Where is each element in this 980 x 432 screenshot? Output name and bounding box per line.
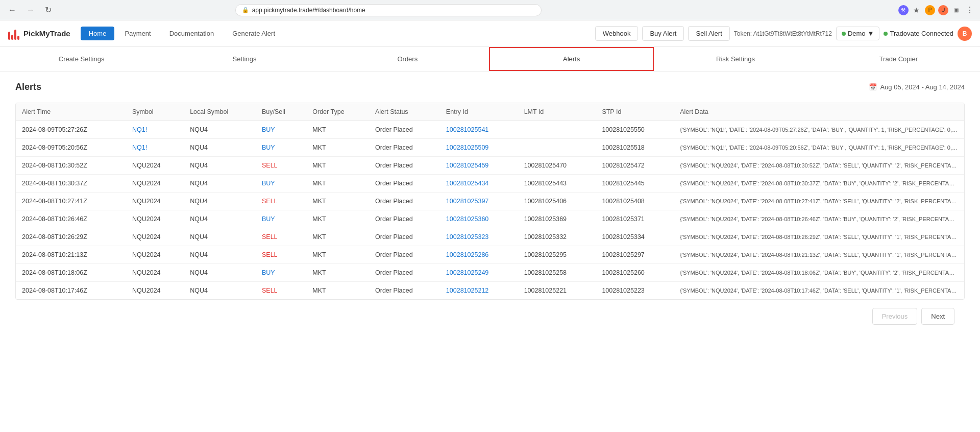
cell-symbol: NQU2024 — [126, 246, 184, 264]
cell-entry-id: 100281025323 — [440, 228, 518, 246]
table-row: 2024-08-08T10:30:37Z NQU2024 NQU4 BUY MK… — [16, 175, 964, 193]
logo-text: PickMyTrade — [23, 29, 70, 38]
cell-alert-time: 2024-08-08T10:26:46Z — [16, 210, 126, 228]
col-symbol: Symbol — [126, 103, 184, 121]
cell-symbol: NQU2024 — [126, 157, 184, 175]
tradovate-status-dot — [884, 32, 888, 36]
nav-documentation[interactable]: Documentation — [161, 27, 222, 40]
demo-badge[interactable]: Demo ▼ — [836, 27, 880, 40]
tab-orders[interactable]: Orders — [326, 47, 489, 71]
cell-lmt-id — [518, 121, 596, 139]
tab-create-settings[interactable]: Create Settings — [0, 47, 163, 71]
cell-entry-id: 100281025286 — [440, 246, 518, 264]
cell-alert-time: 2024-08-08T10:30:37Z — [16, 175, 126, 193]
cell-order-type: MKT — [306, 139, 369, 157]
cell-stp-id: 100281025260 — [596, 264, 674, 282]
cell-entry-id: 100281025212 — [440, 282, 518, 300]
back-button[interactable]: ← — [5, 5, 19, 16]
cell-alert-status: Order Placed — [369, 246, 440, 264]
col-entry-id: Entry Id — [440, 103, 518, 121]
cell-symbol: NQU2024 — [126, 175, 184, 193]
cell-entry-id: 100281025434 — [440, 175, 518, 193]
lock-icon: 🔒 — [242, 7, 249, 13]
logo-bar-1 — [8, 32, 10, 40]
cell-entry-id: 100281025541 — [440, 121, 518, 139]
nav-home[interactable]: Home — [81, 27, 115, 40]
cell-lmt-id: 100281025332 — [518, 228, 596, 246]
calendar-icon: 📅 — [869, 83, 877, 91]
cell-alert-data: {'SYMBOL': 'NQU2024', 'DATE': '2024-08-0… — [674, 264, 964, 282]
col-order-type: Order Type — [306, 103, 369, 121]
user-avatar[interactable]: B — [958, 27, 972, 41]
profile-icon-2[interactable]: U — [938, 5, 948, 15]
cell-alert-data: {'SYMBOL': 'NQU2024', 'DATE': '2024-08-0… — [674, 193, 964, 210]
cell-alert-status: Order Placed — [369, 175, 440, 193]
cell-stp-id: 100281025408 — [596, 193, 674, 210]
nav-payment[interactable]: Payment — [116, 27, 159, 40]
demo-label: Demo — [848, 30, 866, 37]
cell-symbol: NQ1! — [126, 121, 184, 139]
cell-stp-id: 100281025334 — [596, 228, 674, 246]
cell-stp-id: 100281025518 — [596, 139, 674, 157]
table-header-row: Alert Time Symbol Local Symbol Buy/Sell … — [16, 103, 964, 121]
extensions-icon[interactable]: ⚒ — [898, 5, 909, 15]
cell-alert-status: Order Placed — [369, 282, 440, 300]
table-row: 2024-08-08T10:30:52Z NQU2024 NQU4 SELL M… — [16, 157, 964, 175]
menu-icon[interactable]: ⋮ — [965, 5, 975, 15]
previous-button[interactable]: Previous — [872, 308, 918, 325]
cell-alert-status: Order Placed — [369, 121, 440, 139]
cell-order-type: MKT — [306, 228, 369, 246]
pagination: Previous Next — [15, 300, 965, 333]
cell-local-symbol: NQU4 — [184, 282, 256, 300]
cell-stp-id: 100281025472 — [596, 157, 674, 175]
tab-alerts[interactable]: Alerts — [489, 47, 654, 71]
cell-alert-time: 2024-08-08T10:26:29Z — [16, 228, 126, 246]
sell-alert-button[interactable]: Sell Alert — [688, 26, 729, 41]
cell-alert-time: 2024-08-08T10:21:13Z — [16, 246, 126, 264]
col-lmt-id: LMT Id — [518, 103, 596, 121]
cell-alert-data: {'SYMBOL': 'NQU2024', 'DATE': '2024-08-0… — [674, 282, 964, 300]
next-button[interactable]: Next — [921, 308, 954, 325]
cell-local-symbol: NQU4 — [184, 193, 256, 210]
tradovate-label: Tradovate Connected — [890, 30, 953, 37]
cell-alert-data: {'SYMBOL': 'NQU2024', 'DATE': '2024-08-0… — [674, 228, 964, 246]
cell-lmt-id: 100281025221 — [518, 282, 596, 300]
bookmark-icon[interactable]: ★ — [912, 5, 922, 15]
table-row: 2024-08-08T10:21:13Z NQU2024 NQU4 SELL M… — [16, 246, 964, 264]
cell-lmt-id: 100281025470 — [518, 157, 596, 175]
forward-button[interactable]: → — [23, 5, 38, 16]
cell-alert-data: {'SYMBOL': 'NQ1!', 'DATE': '2024-08-09T0… — [674, 139, 964, 157]
cell-lmt-id: 100281025295 — [518, 246, 596, 264]
webhook-button[interactable]: Webhook — [595, 26, 639, 41]
buy-alert-button[interactable]: Buy Alert — [642, 26, 684, 41]
reload-button[interactable]: ↻ — [42, 4, 55, 16]
cell-buy-sell: BUY — [256, 210, 306, 228]
cell-symbol: NQU2024 — [126, 193, 184, 210]
cell-order-type: MKT — [306, 193, 369, 210]
tradovate-badge: Tradovate Connected — [884, 30, 953, 37]
cell-symbol: NQU2024 — [126, 282, 184, 300]
cell-alert-status: Order Placed — [369, 139, 440, 157]
logo-bar-4 — [17, 36, 19, 40]
cell-buy-sell: SELL — [256, 157, 306, 175]
tab-risk-settings[interactable]: Risk Settings — [654, 47, 817, 71]
cell-symbol: NQU2024 — [126, 210, 184, 228]
profile-icon-1[interactable]: P — [925, 5, 935, 15]
tab-trade-copier[interactable]: Trade Copier — [817, 47, 980, 71]
cell-alert-time: 2024-08-08T10:30:52Z — [16, 157, 126, 175]
tab-settings[interactable]: Settings — [163, 47, 326, 71]
logo-bar-3 — [14, 30, 16, 40]
url-text: app.pickmytrade.trade/#/dashboard/home — [252, 7, 365, 14]
nav-generate-alert[interactable]: Generate Alert — [224, 27, 283, 40]
date-range: 📅 Aug 05, 2024 - Aug 14, 2024 — [869, 83, 965, 91]
demo-status-dot — [842, 32, 846, 36]
cell-lmt-id: 100281025258 — [518, 264, 596, 282]
cell-entry-id: 100281025509 — [440, 139, 518, 157]
extension-icon[interactable]: ▣ — [951, 5, 962, 15]
cell-alert-time: 2024-08-09T05:27:26Z — [16, 121, 126, 139]
cell-stp-id: 100281025445 — [596, 175, 674, 193]
address-bar[interactable]: 🔒 app.pickmytrade.trade/#/dashboard/home — [235, 4, 542, 16]
cell-local-symbol: NQU4 — [184, 246, 256, 264]
cell-lmt-id — [518, 139, 596, 157]
cell-buy-sell: BUY — [256, 121, 306, 139]
